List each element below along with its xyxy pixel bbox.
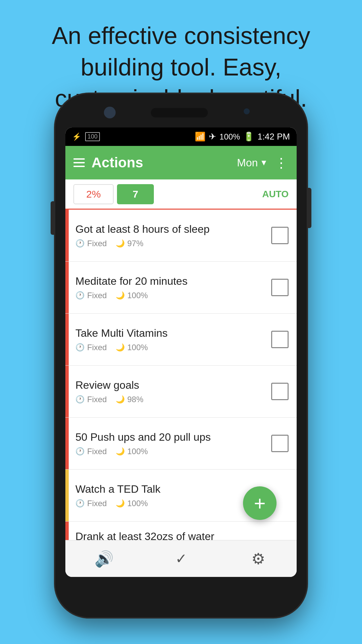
- habit-type: 🕐 Fixed: [75, 239, 107, 248]
- battery-status-icon: 100: [85, 132, 100, 141]
- habit-stripe: [65, 314, 69, 365]
- habit-streak: 🌙 100%: [116, 291, 148, 300]
- habit-meta: 🕐 Fixed 🌙 98%: [75, 395, 271, 404]
- habit-name: 50 Push ups and 20 pull ups: [75, 431, 271, 443]
- list-item: Take Multi Vitamins 🕐 Fixed 🌙 100%: [65, 314, 297, 366]
- habit-content: Meditate for 20 minutes 🕐 Fixed 🌙 100%: [75, 275, 271, 300]
- habit-meta: 🕐 Fixed 🌙 100%: [75, 291, 271, 300]
- moon-icon: 🌙: [116, 447, 125, 456]
- completion-percentage: 2%: [73, 184, 114, 204]
- status-left: ⚡ 100: [72, 132, 100, 141]
- power-button: [307, 188, 311, 228]
- habit-checkbox[interactable]: [271, 383, 289, 400]
- list-item: Got at least 8 hours of sleep 🕐 Fixed 🌙 …: [65, 210, 297, 262]
- battery-pct: 100%: [220, 132, 240, 142]
- light-sensor: [244, 108, 250, 114]
- habit-type: 🕐 Fixed: [75, 291, 107, 300]
- clock-icon: 🕐: [75, 291, 84, 300]
- speaker: [151, 108, 208, 117]
- auto-label[interactable]: AUTO: [154, 189, 289, 200]
- moon-icon: 🌙: [116, 343, 125, 352]
- habit-checkbox[interactable]: [271, 435, 289, 452]
- habit-meta: 🕐 Fixed 🌙 100%: [75, 447, 271, 456]
- dropdown-arrow-icon: ▼: [260, 158, 268, 167]
- habit-checkbox[interactable]: [271, 331, 289, 348]
- habit-meta: 🕐 Fixed 🌙 100%: [75, 499, 271, 508]
- habit-content: 50 Push ups and 20 pull ups 🕐 Fixed 🌙 10…: [75, 431, 271, 456]
- habit-stripe: [65, 470, 69, 521]
- moon-icon: 🌙: [116, 499, 125, 508]
- volume-icon: 🔊: [95, 550, 114, 568]
- habit-name: Meditate for 20 minutes: [75, 275, 271, 287]
- airplane-icon: ✈: [209, 131, 216, 142]
- more-options-button[interactable]: ⋮: [275, 155, 289, 170]
- hamburger-menu-button[interactable]: [73, 158, 85, 167]
- habit-stripe: [65, 210, 69, 261]
- moon-icon: 🌙: [116, 395, 125, 404]
- list-item: 50 Push ups and 20 pull ups 🕐 Fixed 🌙 10…: [65, 418, 297, 470]
- habit-name: Take Multi Vitamins: [75, 327, 271, 339]
- list-item: Review goals 🕐 Fixed 🌙 98%: [65, 366, 297, 418]
- habit-checkbox[interactable]: [271, 279, 289, 296]
- habit-type: 🕐 Fixed: [75, 447, 107, 456]
- habit-streak: 🌙 97%: [116, 239, 143, 248]
- habit-stripe: [65, 418, 69, 469]
- volume-nav-button[interactable]: 🔊: [90, 545, 117, 572]
- habit-meta: 🕐 Fixed 🌙 97%: [75, 239, 271, 248]
- habit-name: Got at least 8 hours of sleep: [75, 223, 271, 235]
- clock-icon: 🕐: [75, 239, 84, 248]
- habit-name: Review goals: [75, 379, 271, 391]
- moon-icon: 🌙: [116, 239, 125, 248]
- wifi-icon: 📶: [195, 131, 205, 142]
- phone-frame: ⚡ 100 📶 ✈ 100% 🔋 1:42 PM: [55, 94, 307, 617]
- habit-name: Watch a TED Talk: [75, 483, 271, 495]
- status-right: 📶 ✈ 100% 🔋 1:42 PM: [195, 131, 290, 142]
- habit-content: Got at least 8 hours of sleep 🕐 Fixed 🌙 …: [75, 223, 271, 248]
- app-bar: Actions Mon ▼ ⋮: [65, 146, 297, 179]
- check-nav-button[interactable]: ✓: [168, 545, 194, 572]
- habit-stripe: [65, 366, 69, 417]
- habit-type: 🕐 Fixed: [75, 343, 107, 352]
- habit-content: Review goals 🕐 Fixed 🌙 98%: [75, 379, 271, 404]
- habit-streak: 🌙 98%: [116, 395, 143, 404]
- habit-type: 🕐 Fixed: [75, 395, 107, 404]
- habit-checkbox[interactable]: [271, 227, 289, 244]
- camera: [104, 107, 116, 118]
- phone-screen: ⚡ 100 📶 ✈ 100% 🔋 1:42 PM: [65, 127, 297, 577]
- check-icon: ✓: [175, 550, 187, 567]
- habit-streak: 🌙 100%: [116, 343, 148, 352]
- habit-meta: 🕐 Fixed 🌙 100%: [75, 343, 271, 352]
- clock-icon: 🕐: [75, 447, 84, 456]
- habit-streak: 🌙 100%: [116, 499, 148, 508]
- usb-icon: ⚡: [72, 132, 81, 141]
- clock-icon: 🕐: [75, 343, 84, 352]
- habit-count: 7: [117, 184, 154, 204]
- day-selector-button[interactable]: Mon ▼: [237, 157, 268, 169]
- status-time: 1:42 PM: [257, 131, 290, 142]
- volume-button: [51, 201, 55, 235]
- battery-icon: 🔋: [243, 131, 254, 142]
- moon-icon: 🌙: [116, 291, 125, 300]
- habit-content: Watch a TED Talk 🕐 Fixed 🌙 100%: [75, 483, 271, 508]
- list-item: Meditate for 20 minutes 🕐 Fixed 🌙 100%: [65, 262, 297, 314]
- habit-type: 🕐 Fixed: [75, 499, 107, 508]
- day-label: Mon: [237, 157, 258, 169]
- bottom-nav: 🔊 ✓ ⚙: [65, 540, 297, 577]
- habit-content: Take Multi Vitamins 🕐 Fixed 🌙 100%: [75, 327, 271, 352]
- habit-stripe: [65, 262, 69, 313]
- clock-icon: 🕐: [75, 395, 84, 404]
- app-title: Actions: [92, 155, 230, 171]
- settings-nav-button[interactable]: ⚙: [245, 545, 272, 572]
- habit-streak: 🌙 100%: [116, 447, 148, 456]
- status-bar: ⚡ 100 📶 ✈ 100% 🔋 1:42 PM: [65, 127, 297, 146]
- add-habit-button[interactable]: +: [243, 486, 277, 520]
- gear-icon: ⚙: [251, 550, 265, 568]
- add-icon: +: [254, 492, 265, 515]
- clock-icon: 🕐: [75, 499, 84, 508]
- stats-row: 2% 7 AUTO: [65, 179, 297, 210]
